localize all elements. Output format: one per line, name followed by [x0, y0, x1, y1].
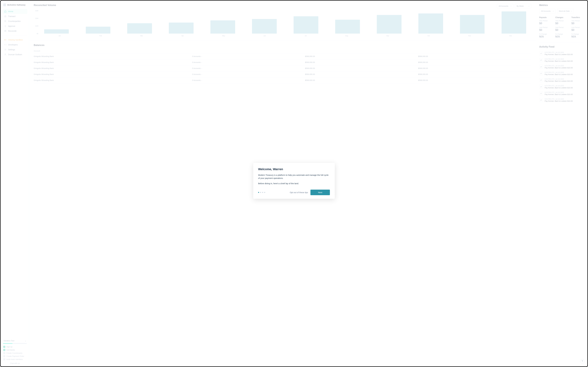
triangle-right-icon: ▸	[201, 74, 202, 75]
metric-label: Last Period	[571, 26, 584, 28]
table-row[interactable]: Gringotts Wizarding Bank 3 Accounts ▸ $5…	[34, 71, 531, 77]
balances-header-row: Account	[34, 48, 531, 53]
step-dot	[264, 192, 265, 193]
primary-nav: Home Transact Counterparties Approve Rec…	[2, 8, 27, 57]
metric-value: N/A	[571, 35, 584, 38]
sidebar-item-developers[interactable]: Developers	[2, 42, 27, 47]
scale-icon	[4, 30, 7, 32]
sidebar-item-user[interactable]: Duncan Graham	[2, 52, 27, 57]
chart-xtick: Jun	[244, 35, 285, 37]
tour-item[interactable]: Invite team members	[3, 358, 27, 361]
sidebar-item-settings[interactable]: Settings	[2, 47, 27, 52]
feed-timestamp: 9:33 PM UTC, Jul 16 2020	[545, 51, 573, 53]
accounts-cell: 3 Accounts ▸	[192, 61, 305, 63]
org-switcher[interactable]: Berkshire Hathaway	[2, 3, 27, 8]
balance-cell: $599,930.00	[305, 61, 418, 63]
balances-title: Balances	[34, 44, 531, 47]
feed-item[interactable]: ⇄ 9:33 PM UTC, Jul 16 2020 Pay Kenner, B…	[539, 57, 584, 64]
table-row[interactable]: Gringotts Wizarding Bank 3 Accounts ▸ $5…	[34, 77, 531, 83]
sidebar-item-label: Home	[8, 10, 13, 13]
bank-name: Gringotts Wizarding Bank	[34, 55, 192, 57]
checkbox-icon	[3, 355, 5, 357]
accounts-cell: 3 Accounts ▸	[192, 79, 305, 81]
sidebar-item-counterparties[interactable]: Counterparties	[2, 19, 27, 24]
metric-label: Last Period	[539, 26, 552, 28]
balance-cell: $599,930.00	[305, 79, 418, 81]
tour-item[interactable]: Create Payment Order	[3, 355, 27, 358]
help-button[interactable]: ?	[580, 359, 584, 363]
balances-section: Balances Account Gringotts Wizarding Ban…	[34, 44, 531, 83]
dropdown-accounts[interactable]: All Accounts	[497, 4, 513, 8]
bank-name: Gringotts Wizarding Bank	[34, 73, 192, 75]
tour-item[interactable]: Sign up	[3, 345, 27, 348]
chart-xtick: Oct	[408, 35, 449, 37]
metric-label: This Period	[571, 20, 584, 22]
tour-item[interactable]: Add Banks	[3, 348, 27, 351]
payment-icon: ⇄	[539, 51, 543, 55]
step-dot	[262, 192, 263, 193]
tour-item-label: Create Counterparty	[6, 352, 22, 354]
sidebar-item-home[interactable]: Home	[2, 9, 27, 14]
feed-text: Pay Kenner, Bach & Ledeen $10.00	[545, 100, 573, 102]
tour-item[interactable]: Create Counterparty	[3, 351, 27, 355]
metrics-dropdown-accounts[interactable]: All Accounts	[539, 9, 555, 13]
chart-bar	[502, 11, 526, 33]
feed-item[interactable]: ⇄ 9:33 PM UTC, Jul 16 2020 Pay Kenner, B…	[539, 90, 584, 97]
table-row[interactable]: Gringotts Wizarding Bank 3 Accounts ▸ $5…	[34, 53, 531, 59]
opt-out-link[interactable]: Opt out of these tips	[290, 191, 308, 193]
dropdown-period[interactable]: By Week	[515, 4, 531, 8]
chart-xtick: May	[203, 35, 244, 37]
chart-bar	[377, 15, 402, 33]
sidebar-item-viewing-sandbox[interactable]: Viewing Sandbox	[2, 37, 27, 42]
sidebar-item-label: Settings	[8, 49, 15, 51]
sidebar-item-label: Transact	[8, 15, 16, 17]
feed-item[interactable]: ⇄ 9:33 PM UTC, Jul 16 2020 Pay Kenner, B…	[539, 97, 584, 103]
metrics-column: Payouts This Period $0 Last Period $0 % …	[539, 16, 552, 40]
tour-item-label: Invite team members	[6, 358, 23, 360]
feed-item[interactable]: ⇄ 9:33 PM UTC, Jul 16 2020 Pay Kenner, B…	[539, 50, 584, 57]
sidebar-item-approve[interactable]: Approve	[2, 24, 27, 29]
chart-xtick: Apr	[162, 35, 203, 37]
feed-item[interactable]: ⇄ 9:33 PM UTC, Jul 16 2020 Pay Kenner, B…	[539, 64, 584, 70]
metrics-dropdown-date[interactable]: Mont-de Date	[557, 9, 574, 13]
sidebar-item-transact[interactable]: Transact	[2, 14, 27, 19]
feed-timestamp: 9:33 PM UTC, Jul 16 2020	[545, 65, 573, 67]
metrics-title: Metrics	[539, 4, 584, 7]
table-row[interactable]: Gringotts Wizarding Bank 3 Accounts ▸ $5…	[34, 59, 531, 65]
sidebar: Berkshire Hathaway Home Transact Counter…	[0, 0, 29, 367]
chart-xtick: Aug	[326, 35, 367, 37]
chart-bar	[169, 23, 194, 33]
svg-point-0	[5, 21, 5, 21]
feed-item[interactable]: ⇄ 9:33 PM UTC, Jul 16 2020 Pay Kenner, B…	[539, 70, 584, 77]
code-icon	[4, 43, 7, 46]
tour-header[interactable]: Sandbox Tour ⌄	[3, 339, 27, 342]
tour-item-label: Create Payment Order	[6, 355, 24, 357]
metrics-column: Changes This Period $0 Last Period $0 % …	[555, 16, 568, 40]
triangle-right-icon: ▸	[201, 56, 202, 57]
next-button[interactable]: Next	[310, 190, 330, 195]
chart-bar	[418, 13, 443, 33]
chart-ytick: $2M	[35, 17, 38, 19]
svg-point-4	[5, 49, 6, 50]
table-row[interactable]: Gringotts Wizarding Bank 3 Accounts ▸ $5…	[34, 65, 531, 71]
step-dot	[260, 192, 261, 193]
svg-point-5	[5, 54, 6, 55]
right-column: Metrics All Accounts Mont-de Date Payout…	[536, 0, 588, 367]
step-dot	[258, 192, 259, 193]
triangle-right-icon: ▸	[201, 80, 202, 81]
modal-paragraph-2: Before diving in, here's a brief lay of …	[258, 182, 330, 185]
feed-item[interactable]: ⇄ 9:33 PM UTC, Jul 16 2020 Pay Kenner, B…	[539, 77, 584, 83]
feed-timestamp: 9:33 PM UTC, Jul 16 2020	[545, 85, 573, 87]
home-icon	[4, 10, 7, 13]
balance-cell: $599,930.00	[418, 61, 531, 63]
feed-item[interactable]: ⇄ 9:33 PM UTC, Jul 16 2020 Pay Kenner, B…	[539, 83, 584, 90]
metric-title: Changes	[555, 16, 568, 18]
chat-with-us[interactable]: Chat with us	[3, 361, 27, 364]
chart-xtick: Jan	[39, 35, 80, 37]
chart-bar	[460, 15, 485, 33]
checkbox-icon	[3, 349, 5, 351]
chart-bar	[86, 27, 110, 33]
metric-label: % Change	[539, 33, 552, 35]
payment-icon: ⇄	[539, 98, 543, 102]
sidebar-item-reconcile[interactable]: Reconcile	[2, 29, 27, 33]
